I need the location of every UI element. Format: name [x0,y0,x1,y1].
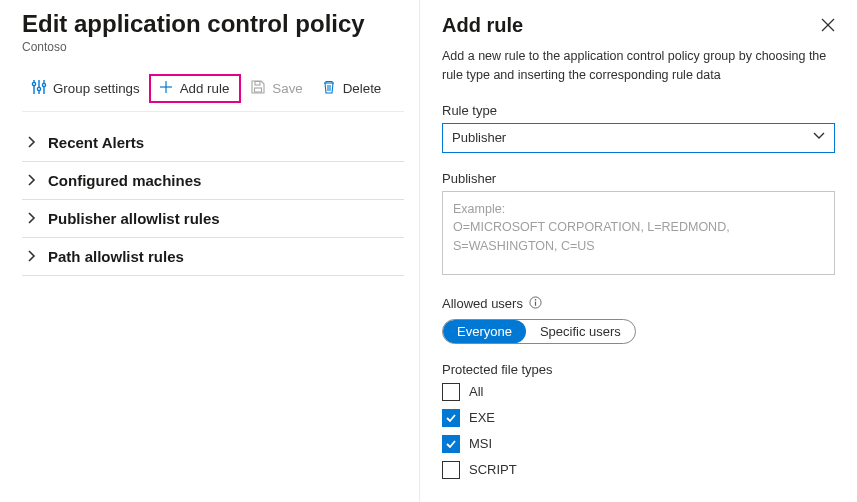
close-icon [821,20,835,35]
chevron-right-icon [26,134,38,151]
chevron-right-icon [26,172,38,189]
add-rule-label: Add rule [180,81,230,96]
accordion-label: Recent Alerts [48,134,144,151]
chevron-right-icon [26,248,38,265]
delete-button[interactable]: Delete [312,74,391,103]
info-icon[interactable] [529,296,542,312]
checkbox-all[interactable] [442,383,460,401]
svg-point-5 [42,83,45,86]
publisher-field: Publisher [442,171,835,278]
chevron-down-icon [813,130,825,145]
checkbox-label: All [469,384,483,399]
checkbox-label: EXE [469,410,495,425]
accordion-label: Configured machines [48,172,201,189]
side-panel: Add rule Add a new rule to the applicati… [420,0,857,502]
checkbox-label: SCRIPT [469,462,517,477]
pill-everyone[interactable]: Everyone [443,320,526,343]
accordion-label: Path allowlist rules [48,248,184,265]
protected-file-types-field: Protected file types All EXE MSI SCRIP [442,362,835,479]
trash-icon [321,79,337,98]
checkbox-label: MSI [469,436,492,451]
save-button[interactable]: Save [241,74,311,103]
svg-rect-8 [255,88,262,92]
add-rule-button[interactable]: Add rule [149,74,242,103]
pill-specific-users[interactable]: Specific users [526,320,635,343]
allowed-users-field: Allowed users Everyone Specific users [442,296,835,344]
group-settings-label: Group settings [53,81,140,96]
accordion-item-path-allowlist[interactable]: Path allowlist rules [22,238,404,276]
rule-type-value: Publisher [452,130,506,145]
svg-point-15 [535,298,537,300]
chevron-right-icon [26,210,38,227]
checkbox-row-msi: MSI [442,435,835,453]
accordion-item-configured-machines[interactable]: Configured machines [22,162,404,200]
checkbox-script[interactable] [442,461,460,479]
rule-type-field: Rule type Publisher [442,103,835,153]
checkbox-exe[interactable] [442,409,460,427]
save-label: Save [272,81,302,96]
accordion-label: Publisher allowlist rules [48,210,220,227]
checkbox-row-all: All [442,383,835,401]
publisher-label: Publisher [442,171,835,186]
allowed-users-label: Allowed users [442,296,523,311]
svg-point-1 [32,82,35,85]
save-icon [250,79,266,98]
close-button[interactable] [817,14,839,39]
checkbox-msi[interactable] [442,435,460,453]
svg-point-3 [37,87,40,90]
accordion-item-recent-alerts[interactable]: Recent Alerts [22,124,404,162]
panel-title: Add rule [442,14,835,37]
plus-icon [158,79,174,98]
toolbar: Group settings Add rule Save Delete [22,74,404,112]
file-types-list: All EXE MSI SCRIPT [442,383,835,479]
publisher-textarea[interactable] [442,191,835,275]
rule-type-select[interactable]: Publisher [442,123,835,153]
allowed-users-toggle: Everyone Specific users [442,319,636,344]
svg-rect-9 [255,82,260,86]
page-title: Edit application control policy [22,10,404,38]
protected-file-types-label: Protected file types [442,362,835,377]
group-settings-button[interactable]: Group settings [22,74,149,103]
main-content: Edit application control policy Contoso … [0,0,420,502]
checkbox-row-exe: EXE [442,409,835,427]
accordion: Recent Alerts Configured machines Publis… [22,124,404,276]
accordion-item-publisher-allowlist[interactable]: Publisher allowlist rules [22,200,404,238]
settings-sliders-icon [31,79,47,98]
delete-label: Delete [343,81,382,96]
page-subtitle: Contoso [22,40,404,54]
checkbox-row-script: SCRIPT [442,461,835,479]
panel-description: Add a new rule to the application contro… [442,47,835,85]
rule-type-label: Rule type [442,103,835,118]
